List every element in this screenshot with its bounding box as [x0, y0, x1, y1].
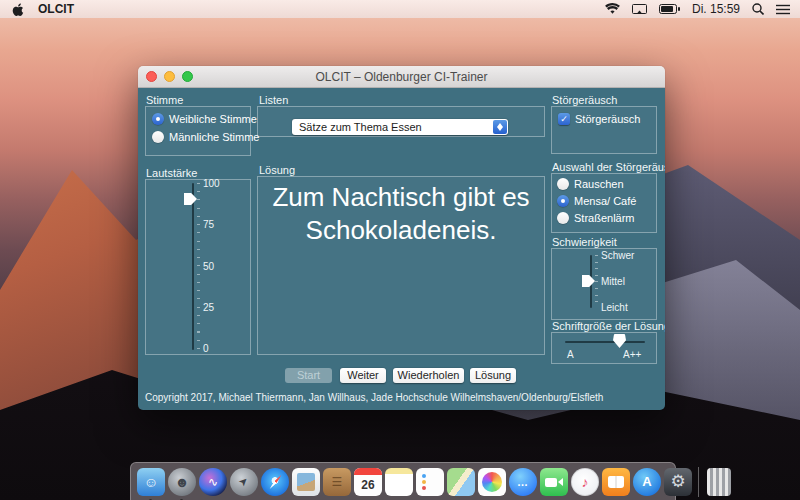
loesung-button[interactable]: Lösung	[470, 368, 516, 383]
trash-icon[interactable]	[707, 468, 731, 496]
schriftgroesse-group-label: Schriftgröße der Lösung	[552, 320, 665, 332]
lautstaerke-slider-ticks	[197, 183, 200, 350]
app-window: OLCIT – Oldenburger CI-Trainer Stimme We…	[138, 66, 665, 410]
stimme-group-label: Stimme	[146, 94, 183, 106]
lautstaerke-slider-track[interactable]	[192, 183, 194, 350]
siri-icon[interactable]: ∿	[199, 468, 227, 496]
display-mirroring-icon[interactable]	[632, 4, 647, 15]
start-button[interactable]: Start	[285, 368, 332, 383]
listen-dropdown-value: Sätze zum Thema Essen	[299, 121, 422, 133]
radio-label: Straßenlärm	[574, 212, 635, 224]
menu-clock[interactable]: Di. 15:59	[692, 2, 740, 16]
itunes-icon[interactable]: ♪	[571, 468, 599, 496]
radio-label: Rauschen	[574, 178, 624, 190]
window-title: OLCIT – Oldenburger CI-Trainer	[138, 70, 665, 84]
appstore-icon[interactable]: A	[633, 468, 661, 496]
spotlight-search-icon[interactable]	[752, 3, 764, 15]
tick-label-mittel: Mittel	[601, 276, 625, 287]
window-titlebar[interactable]: OLCIT – Oldenburger CI-Trainer	[138, 66, 665, 88]
schwierigkeit-group-label: Schwierigkeit	[552, 236, 617, 248]
finder-icon[interactable]: ☺	[137, 468, 165, 496]
radio-selected-icon	[152, 113, 164, 125]
tick-label-75: 75	[203, 219, 214, 230]
checkbox-label: Störgeräusch	[575, 113, 640, 125]
reminders-icon[interactable]	[416, 468, 444, 496]
tick-label-0: 0	[203, 343, 209, 354]
dock-separator	[698, 467, 699, 497]
tick-label-schwer: Schwer	[601, 250, 634, 261]
calendar-icon[interactable]: 26	[354, 468, 382, 496]
weiter-button[interactable]: Weiter	[340, 368, 386, 383]
lautstaerke-group-label: Lautstärke	[146, 167, 197, 179]
font-size-min-label: A	[567, 349, 574, 360]
tick-label-25: 25	[203, 302, 214, 313]
notification-center-icon[interactable]	[776, 4, 790, 15]
menu-app-name[interactable]: OLCIT	[38, 2, 74, 16]
stoergeraeusch-checkbox-row[interactable]: ✓ Störgeräusch	[558, 113, 640, 125]
facetime-icon[interactable]	[540, 468, 568, 496]
auswahl-group-label: Auswahl der Störgeräusche	[552, 161, 665, 173]
tick-label-100: 100	[203, 178, 220, 189]
radio-maennliche-stimme[interactable]: Männliche Stimme	[152, 131, 259, 143]
loesung-group-box: Zum Nachtisch gibt es Schokoladeneis.	[257, 176, 545, 355]
sysprefs-icon[interactable]: ⚙	[664, 468, 692, 496]
loesung-group-label: Lösung	[259, 164, 295, 176]
wifi-icon[interactable]	[605, 3, 620, 15]
radio-selected-icon	[557, 195, 569, 207]
radio-weibliche-stimme[interactable]: Weibliche Stimme	[152, 113, 257, 125]
launchpad-icon[interactable]: ➤	[230, 468, 258, 496]
ibooks-icon[interactable]	[602, 468, 630, 496]
tick-label-leicht: Leicht	[601, 302, 628, 313]
dropdown-stepper-icon	[493, 120, 507, 134]
radio-label: Männliche Stimme	[169, 131, 259, 143]
notes-icon[interactable]	[385, 468, 413, 496]
radio-unselected-icon	[152, 131, 164, 143]
messages-icon[interactable]: …	[509, 468, 537, 496]
copyright-text: Copyright 2017, Michael Thiermann, Jan W…	[145, 392, 603, 403]
contacts-icon[interactable]: ☰	[323, 468, 351, 496]
safari-icon[interactable]	[261, 468, 289, 496]
window-content: Stimme Weibliche Stimme Männliche Stimme…	[138, 88, 665, 410]
checkbox-checked-icon: ✓	[558, 113, 570, 125]
radio-strassenlaerm[interactable]: Straßenlärm	[557, 212, 635, 224]
dock: ☺☻∿➤☰26…♪A⚙	[130, 462, 676, 500]
radio-label: Mensa/ Café	[574, 195, 636, 207]
apple-menu-icon[interactable]	[12, 3, 24, 16]
maps-icon[interactable]	[447, 468, 475, 496]
preview-icon[interactable]	[292, 468, 320, 496]
solution-text: Zum Nachtisch gibt es Schokoladeneis.	[258, 177, 544, 247]
listen-group-label: Listen	[259, 94, 288, 106]
photos-icon[interactable]	[478, 468, 506, 496]
font-size-max-label: A++	[623, 349, 641, 360]
radio-unselected-icon	[557, 178, 569, 190]
listen-dropdown[interactable]: Sätze zum Thema Essen	[292, 119, 508, 135]
radio-mensa-cafe[interactable]: Mensa/ Café	[557, 195, 636, 207]
radio-rauschen[interactable]: Rauschen	[557, 178, 624, 190]
schriftgroesse-slider-track[interactable]	[565, 341, 645, 343]
radio-label: Weibliche Stimme	[169, 113, 257, 125]
wiederholen-button[interactable]: Wiederholen	[393, 368, 464, 383]
menu-bar: OLCIT Di. 15:59	[0, 0, 800, 18]
schwierigkeit-slider-ticks	[595, 255, 598, 308]
profile-app-icon[interactable]: ☻	[168, 468, 196, 496]
desktop: OLCIT Di. 15:59	[0, 0, 800, 500]
battery-icon[interactable]	[659, 4, 680, 14]
radio-unselected-icon	[557, 212, 569, 224]
tick-label-50: 50	[203, 261, 214, 272]
stoergeraeusch-group-label: Störgeräusch	[552, 94, 617, 106]
